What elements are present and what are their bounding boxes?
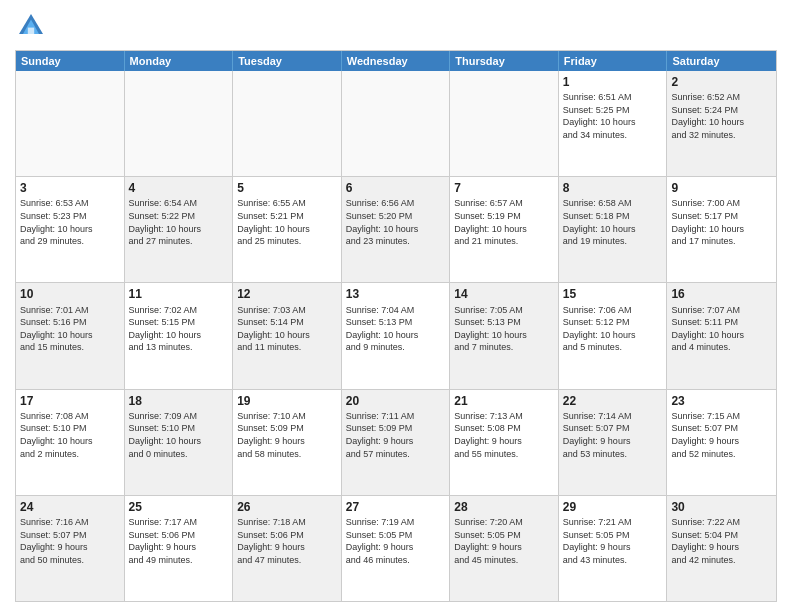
calendar-cell: 8Sunrise: 6:58 AM Sunset: 5:18 PM Daylig… (559, 177, 668, 282)
calendar-cell: 24Sunrise: 7:16 AM Sunset: 5:07 PM Dayli… (16, 496, 125, 601)
header (15, 10, 777, 42)
day-number: 4 (129, 180, 229, 196)
day-number: 3 (20, 180, 120, 196)
day-info: Sunrise: 7:06 AM Sunset: 5:12 PM Dayligh… (563, 304, 663, 354)
calendar-cell: 10Sunrise: 7:01 AM Sunset: 5:16 PM Dayli… (16, 283, 125, 388)
calendar-cell: 22Sunrise: 7:14 AM Sunset: 5:07 PM Dayli… (559, 390, 668, 495)
weekday-header: Wednesday (342, 51, 451, 71)
day-info: Sunrise: 7:07 AM Sunset: 5:11 PM Dayligh… (671, 304, 772, 354)
day-info: Sunrise: 7:14 AM Sunset: 5:07 PM Dayligh… (563, 410, 663, 460)
day-number: 27 (346, 499, 446, 515)
weekday-header: Tuesday (233, 51, 342, 71)
calendar-cell (125, 71, 234, 176)
weekday-header: Thursday (450, 51, 559, 71)
calendar-cell: 9Sunrise: 7:00 AM Sunset: 5:17 PM Daylig… (667, 177, 776, 282)
day-info: Sunrise: 7:21 AM Sunset: 5:05 PM Dayligh… (563, 516, 663, 566)
calendar-cell: 30Sunrise: 7:22 AM Sunset: 5:04 PM Dayli… (667, 496, 776, 601)
calendar-cell: 14Sunrise: 7:05 AM Sunset: 5:13 PM Dayli… (450, 283, 559, 388)
day-info: Sunrise: 7:08 AM Sunset: 5:10 PM Dayligh… (20, 410, 120, 460)
calendar-cell: 19Sunrise: 7:10 AM Sunset: 5:09 PM Dayli… (233, 390, 342, 495)
page: SundayMondayTuesdayWednesdayThursdayFrid… (0, 0, 792, 612)
day-number: 13 (346, 286, 446, 302)
day-info: Sunrise: 7:09 AM Sunset: 5:10 PM Dayligh… (129, 410, 229, 460)
day-info: Sunrise: 7:19 AM Sunset: 5:05 PM Dayligh… (346, 516, 446, 566)
calendar-cell: 17Sunrise: 7:08 AM Sunset: 5:10 PM Dayli… (16, 390, 125, 495)
day-number: 20 (346, 393, 446, 409)
day-info: Sunrise: 6:52 AM Sunset: 5:24 PM Dayligh… (671, 91, 772, 141)
day-number: 24 (20, 499, 120, 515)
day-number: 28 (454, 499, 554, 515)
weekday-header: Saturday (667, 51, 776, 71)
day-info: Sunrise: 7:18 AM Sunset: 5:06 PM Dayligh… (237, 516, 337, 566)
calendar-cell: 29Sunrise: 7:21 AM Sunset: 5:05 PM Dayli… (559, 496, 668, 601)
calendar-row: 10Sunrise: 7:01 AM Sunset: 5:16 PM Dayli… (16, 282, 776, 388)
day-info: Sunrise: 7:02 AM Sunset: 5:15 PM Dayligh… (129, 304, 229, 354)
day-info: Sunrise: 7:22 AM Sunset: 5:04 PM Dayligh… (671, 516, 772, 566)
day-info: Sunrise: 7:10 AM Sunset: 5:09 PM Dayligh… (237, 410, 337, 460)
weekday-header: Sunday (16, 51, 125, 71)
calendar-cell: 16Sunrise: 7:07 AM Sunset: 5:11 PM Dayli… (667, 283, 776, 388)
calendar-cell: 1Sunrise: 6:51 AM Sunset: 5:25 PM Daylig… (559, 71, 668, 176)
day-number: 19 (237, 393, 337, 409)
svg-rect-2 (28, 28, 34, 34)
day-number: 15 (563, 286, 663, 302)
calendar-cell: 5Sunrise: 6:55 AM Sunset: 5:21 PM Daylig… (233, 177, 342, 282)
calendar-cell: 26Sunrise: 7:18 AM Sunset: 5:06 PM Dayli… (233, 496, 342, 601)
calendar-cell: 28Sunrise: 7:20 AM Sunset: 5:05 PM Dayli… (450, 496, 559, 601)
weekday-header: Monday (125, 51, 234, 71)
day-info: Sunrise: 6:54 AM Sunset: 5:22 PM Dayligh… (129, 197, 229, 247)
day-info: Sunrise: 7:15 AM Sunset: 5:07 PM Dayligh… (671, 410, 772, 460)
day-number: 17 (20, 393, 120, 409)
calendar-cell: 11Sunrise: 7:02 AM Sunset: 5:15 PM Dayli… (125, 283, 234, 388)
calendar: SundayMondayTuesdayWednesdayThursdayFrid… (15, 50, 777, 602)
calendar-cell: 21Sunrise: 7:13 AM Sunset: 5:08 PM Dayli… (450, 390, 559, 495)
day-info: Sunrise: 7:03 AM Sunset: 5:14 PM Dayligh… (237, 304, 337, 354)
day-info: Sunrise: 7:05 AM Sunset: 5:13 PM Dayligh… (454, 304, 554, 354)
weekday-header: Friday (559, 51, 668, 71)
day-info: Sunrise: 6:56 AM Sunset: 5:20 PM Dayligh… (346, 197, 446, 247)
day-info: Sunrise: 7:20 AM Sunset: 5:05 PM Dayligh… (454, 516, 554, 566)
calendar-row: 24Sunrise: 7:16 AM Sunset: 5:07 PM Dayli… (16, 495, 776, 601)
day-info: Sunrise: 7:04 AM Sunset: 5:13 PM Dayligh… (346, 304, 446, 354)
calendar-cell (16, 71, 125, 176)
calendar-cell (233, 71, 342, 176)
day-number: 14 (454, 286, 554, 302)
calendar-row: 3Sunrise: 6:53 AM Sunset: 5:23 PM Daylig… (16, 176, 776, 282)
day-number: 7 (454, 180, 554, 196)
day-info: Sunrise: 7:11 AM Sunset: 5:09 PM Dayligh… (346, 410, 446, 460)
day-info: Sunrise: 6:51 AM Sunset: 5:25 PM Dayligh… (563, 91, 663, 141)
calendar-cell: 6Sunrise: 6:56 AM Sunset: 5:20 PM Daylig… (342, 177, 451, 282)
day-number: 23 (671, 393, 772, 409)
day-number: 18 (129, 393, 229, 409)
logo (15, 10, 51, 42)
day-number: 10 (20, 286, 120, 302)
day-info: Sunrise: 6:53 AM Sunset: 5:23 PM Dayligh… (20, 197, 120, 247)
day-number: 9 (671, 180, 772, 196)
day-info: Sunrise: 7:01 AM Sunset: 5:16 PM Dayligh… (20, 304, 120, 354)
calendar-cell: 15Sunrise: 7:06 AM Sunset: 5:12 PM Dayli… (559, 283, 668, 388)
calendar-cell: 13Sunrise: 7:04 AM Sunset: 5:13 PM Dayli… (342, 283, 451, 388)
calendar-cell (342, 71, 451, 176)
day-number: 1 (563, 74, 663, 90)
calendar-cell: 3Sunrise: 6:53 AM Sunset: 5:23 PM Daylig… (16, 177, 125, 282)
day-number: 25 (129, 499, 229, 515)
day-number: 12 (237, 286, 337, 302)
day-number: 6 (346, 180, 446, 196)
day-number: 16 (671, 286, 772, 302)
calendar-cell: 27Sunrise: 7:19 AM Sunset: 5:05 PM Dayli… (342, 496, 451, 601)
day-info: Sunrise: 6:55 AM Sunset: 5:21 PM Dayligh… (237, 197, 337, 247)
day-number: 2 (671, 74, 772, 90)
day-number: 21 (454, 393, 554, 409)
calendar-cell: 20Sunrise: 7:11 AM Sunset: 5:09 PM Dayli… (342, 390, 451, 495)
day-info: Sunrise: 7:16 AM Sunset: 5:07 PM Dayligh… (20, 516, 120, 566)
calendar-body: 1Sunrise: 6:51 AM Sunset: 5:25 PM Daylig… (16, 71, 776, 601)
day-number: 26 (237, 499, 337, 515)
day-info: Sunrise: 7:13 AM Sunset: 5:08 PM Dayligh… (454, 410, 554, 460)
calendar-header: SundayMondayTuesdayWednesdayThursdayFrid… (16, 51, 776, 71)
day-info: Sunrise: 6:58 AM Sunset: 5:18 PM Dayligh… (563, 197, 663, 247)
day-info: Sunrise: 7:00 AM Sunset: 5:17 PM Dayligh… (671, 197, 772, 247)
day-number: 11 (129, 286, 229, 302)
calendar-row: 17Sunrise: 7:08 AM Sunset: 5:10 PM Dayli… (16, 389, 776, 495)
calendar-cell: 18Sunrise: 7:09 AM Sunset: 5:10 PM Dayli… (125, 390, 234, 495)
calendar-row: 1Sunrise: 6:51 AM Sunset: 5:25 PM Daylig… (16, 71, 776, 176)
